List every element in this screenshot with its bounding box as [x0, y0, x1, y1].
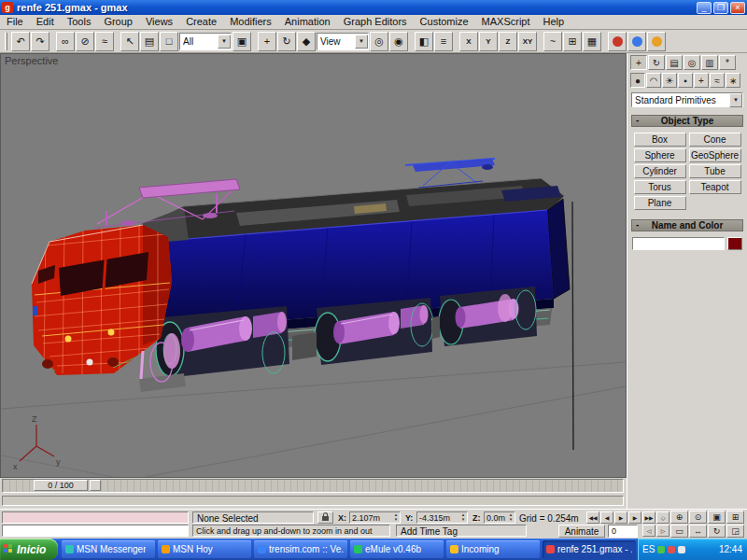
- tab-create[interactable]: +: [630, 55, 647, 70]
- object-type-rollout-header[interactable]: - Object Type: [631, 115, 743, 127]
- task-emule[interactable]: eMule v0.46b: [350, 540, 444, 558]
- menu-graph-editors[interactable]: Graph Editors: [337, 15, 414, 29]
- name-color-rollout-header[interactable]: - Name and Color: [631, 219, 743, 231]
- menu-file[interactable]: File: [0, 15, 30, 29]
- add-time-tag[interactable]: Add Time Tag: [396, 525, 527, 537]
- category-cameras[interactable]: ▪: [678, 73, 693, 88]
- z-constraint-button[interactable]: Z: [499, 32, 517, 51]
- go-to-end-button[interactable]: ▶▶: [642, 511, 655, 524]
- current-frame-field[interactable]: 0: [608, 525, 638, 538]
- selection-region-icon[interactable]: □: [160, 32, 178, 51]
- zoom-extents-all-icon[interactable]: ⊞: [726, 511, 744, 524]
- animate-button[interactable]: Animate: [558, 525, 605, 538]
- maxscript-listener-pink[interactable]: [2, 511, 189, 524]
- start-button[interactable]: Inicio: [0, 539, 58, 560]
- menu-animation[interactable]: Animation: [278, 15, 337, 29]
- menu-customize[interactable]: Customize: [414, 15, 475, 29]
- close-button[interactable]: ×: [730, 2, 745, 14]
- previous-frame-button[interactable]: ◀: [600, 511, 613, 524]
- sphere-button[interactable]: Sphere: [634, 148, 686, 162]
- object-name-input[interactable]: [632, 237, 725, 250]
- select-and-scale-icon[interactable]: ◆: [297, 32, 316, 51]
- key-mode-button[interactable]: ◇: [656, 511, 669, 524]
- tab-motion[interactable]: ◎: [684, 55, 700, 70]
- toolbar-drag-handle[interactable]: [5, 33, 7, 50]
- go-to-start-button[interactable]: ◀◀: [586, 511, 599, 524]
- schematic-view-icon[interactable]: ⊞: [563, 32, 582, 51]
- tab-display[interactable]: ▥: [701, 55, 718, 70]
- antivirus-tray-icon[interactable]: [668, 546, 675, 553]
- viewport-canvas[interactable]: x y Z: [1, 54, 626, 477]
- select-and-rotate-icon[interactable]: ↻: [277, 32, 296, 51]
- mirror-icon[interactable]: ◧: [415, 32, 433, 51]
- y-constraint-button[interactable]: Y: [479, 32, 498, 51]
- category-lights[interactable]: ☀: [662, 73, 677, 88]
- box-button[interactable]: Box: [634, 133, 686, 147]
- next-frame-button[interactable]: ▶: [628, 511, 641, 524]
- tab-hierarchy[interactable]: ▤: [666, 55, 683, 70]
- taskbar-clock[interactable]: 12:44: [719, 544, 742, 554]
- play-button[interactable]: ▶: [614, 511, 627, 524]
- perspective-viewport[interactable]: Perspective: [0, 53, 627, 478]
- menu-modifiers[interactable]: Modifiers: [223, 15, 278, 29]
- plane-button[interactable]: Plane: [634, 196, 686, 210]
- task-gmax[interactable]: renfe 251.gmax - ...: [543, 540, 636, 558]
- zoom-extents-icon[interactable]: ▣: [708, 511, 726, 524]
- spinner-icon[interactable]: ▴▾: [507, 512, 514, 523]
- task-msn-messenger[interactable]: MSN Messenger: [62, 540, 155, 558]
- bind-to-space-warp-icon[interactable]: ≈: [95, 32, 114, 51]
- align-icon[interactable]: ≡: [434, 32, 453, 51]
- category-systems[interactable]: ∗: [726, 73, 740, 88]
- select-and-move-icon[interactable]: +: [258, 32, 276, 51]
- teapot-render-icon[interactable]: [647, 32, 666, 51]
- locomotive-model[interactable]: [32, 159, 570, 392]
- select-and-link-icon[interactable]: ∞: [56, 32, 75, 51]
- palette-icon[interactable]: [627, 32, 646, 51]
- next-key-button[interactable]: ▷: [656, 525, 669, 537]
- min-max-toggle-icon[interactable]: ◲: [726, 525, 744, 538]
- z-coord-field[interactable]: 0.0m ▴▾: [484, 511, 515, 524]
- window-crossing-icon[interactable]: ▣: [233, 32, 251, 51]
- tab-modify[interactable]: ↻: [648, 55, 665, 70]
- primitives-dropdown[interactable]: Standard Primitives ▼: [631, 92, 743, 107]
- object-color-swatch[interactable]: [727, 237, 742, 250]
- select-and-manipulate-icon[interactable]: ◉: [389, 32, 408, 51]
- minimize-button[interactable]: _: [697, 2, 712, 14]
- task-msn-hoy[interactable]: MSN Hoy: [158, 540, 251, 558]
- menu-help[interactable]: Help: [537, 15, 571, 29]
- zoom-all-icon[interactable]: ⊙: [689, 511, 707, 524]
- cylinder-button[interactable]: Cylinder: [634, 164, 686, 178]
- redo-icon[interactable]: ↷: [31, 32, 49, 51]
- zoom-icon[interactable]: ⊕: [670, 511, 688, 524]
- menu-maxscript[interactable]: MAXScript: [475, 15, 537, 29]
- category-geometry[interactable]: ●: [630, 73, 645, 88]
- menu-tools[interactable]: Tools: [61, 15, 98, 29]
- category-helpers[interactable]: +: [694, 73, 709, 88]
- time-slider-handle[interactable]: 0 / 100: [34, 480, 88, 491]
- teapot-button[interactable]: Teapot: [689, 180, 741, 194]
- unlink-selection-icon[interactable]: ⊘: [76, 32, 94, 51]
- tube-button[interactable]: Tube: [689, 164, 741, 178]
- arc-rotate-icon[interactable]: ↻: [708, 525, 726, 538]
- torus-button[interactable]: Torus: [634, 180, 686, 194]
- maximize-button[interactable]: ❐: [713, 2, 728, 14]
- chevron-down-icon[interactable]: ▼: [729, 93, 742, 107]
- track-bar-keys-area[interactable]: [2, 496, 624, 506]
- spinner-icon[interactable]: ▴▾: [459, 512, 467, 523]
- reference-coordinate-dropdown[interactable]: View ▼: [317, 33, 369, 50]
- category-space-warps[interactable]: ≈: [710, 73, 725, 88]
- pan-icon[interactable]: ↔: [689, 525, 707, 538]
- use-pivot-center-icon[interactable]: ◎: [370, 32, 388, 51]
- select-object-icon[interactable]: ↖: [120, 32, 139, 51]
- xy-constraint-button[interactable]: XY: [518, 32, 537, 51]
- previous-key-button[interactable]: ◁: [642, 525, 655, 537]
- geosphere-button[interactable]: GeoSphere: [689, 148, 741, 162]
- emule-tray-icon[interactable]: [657, 546, 665, 553]
- category-shapes[interactable]: ◠: [646, 73, 661, 88]
- x-constraint-button[interactable]: X: [459, 32, 478, 51]
- curve-editor-icon[interactable]: ~: [543, 32, 562, 51]
- task-incoming[interactable]: Incoming: [446, 540, 540, 558]
- undo-icon[interactable]: ↶: [11, 32, 30, 51]
- y-coord-field[interactable]: -4.315m ▴▾: [416, 511, 468, 524]
- task-trensim[interactable]: trensim.com :: Ve...: [254, 540, 347, 558]
